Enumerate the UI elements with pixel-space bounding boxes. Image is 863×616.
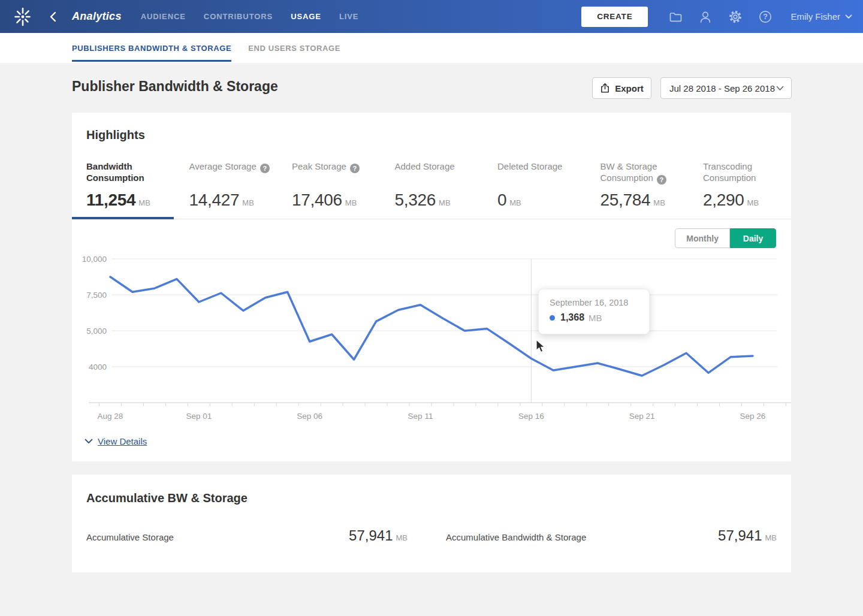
metric-unit: MB [747,198,759,207]
help-badge-icon[interactable]: ? [260,164,270,173]
metric-average-storage[interactable]: Average Storage?14,427MB [189,161,292,210]
metric-label: Deleted Storage [497,161,601,189]
accumulative-item-0: Accumulative Storage57,941MB [86,527,408,544]
accumulative-label: Accumulative Bandwidth & Storage [446,532,586,542]
metric-transcoding-consumption[interactable]: Transcoding Consumption2,290MB [703,161,806,210]
tab-0[interactable]: PUBLISHERS BANDWIDTH & STORAGE [72,33,231,63]
metric-label: Bandwidth Consumption [86,161,189,189]
gear-icon[interactable] [728,10,743,24]
x-axis-label: Sep 16 [518,412,544,421]
metric-unit: MB [653,198,665,207]
chevron-down-icon [776,86,784,91]
x-axis-label: Sep 21 [629,412,655,421]
nav-item-live[interactable]: LIVE [339,12,359,21]
metric-value: 17,406MB [292,191,395,210]
x-axis-label: Sep 26 [740,412,766,421]
bandwidth-series-line [110,277,753,376]
mouse-cursor-icon [534,339,547,354]
metric-number: 0 [497,191,506,209]
accumulative-number: 57,941 [718,527,762,543]
page-title: Publisher Bandwidth & Storage [72,78,278,95]
metric-unit: MB [509,198,521,207]
metrics-row: Bandwidth Consumption11,254MBAverage Sto… [86,161,806,210]
user-menu[interactable]: Emily Fisher [790,11,852,22]
metrics-divider [72,219,791,219]
export-icon [600,83,610,93]
date-range-value: Jul 28 2018 - Sep 26 2018 [669,83,776,93]
user-icon[interactable] [698,10,713,24]
metric-value: 5,326MB [395,191,498,210]
metric-unit: MB [242,198,254,207]
nav-item-audience[interactable]: AUDIENCE [141,12,186,21]
app-title: Analytics [72,10,122,23]
nav-item-contributors[interactable]: CONTRIBUTORS [204,12,273,21]
metric-number: 14,427 [189,191,240,209]
chart-tooltip: September 16, 2018 1,368 MB [538,289,650,334]
metric-value: 14,427MB [189,191,292,210]
nav-item-usage[interactable]: USAGE [291,12,321,21]
navbar-icons: ? [668,10,773,24]
top-navbar: Analytics AUDIENCECONTRIBUTORSUSAGELIVE … [0,0,863,33]
svg-text:?: ? [764,13,768,21]
tab-1[interactable]: END USERS STORAGE [248,33,340,63]
metric-value: 0MB [497,191,601,210]
chevron-down-icon [85,439,93,444]
x-axis-label: Sep 11 [408,412,433,421]
create-button[interactable]: CREATE [581,7,648,27]
metric-label: Transcoding Consumption [703,161,806,189]
active-metric-underline [72,217,174,219]
help-icon[interactable]: ? [758,10,773,24]
export-label: Export [615,83,644,93]
metric-added-storage[interactable]: Added Storage5,326MB [395,161,498,210]
y-axis-label: 4000 [89,363,107,372]
tooltip-value: 1,368 [560,312,584,323]
accumulative-label: Accumulative Storage [86,532,174,542]
metric-label: Added Storage [395,161,498,189]
view-details-link[interactable]: View Details [85,436,147,446]
metric-unit: MB [345,198,357,207]
help-badge-icon[interactable]: ? [350,164,360,173]
y-axis-label: 10,000 [82,255,107,264]
metric-number: 2,290 [703,191,744,209]
metric-label: BW & Storage Consumption? [601,161,704,189]
toggle-monthly[interactable]: Monthly [675,228,730,248]
y-axis-label: 5,000 [86,327,107,336]
metric-unit: MB [439,198,451,207]
folder-icon[interactable] [668,10,683,24]
kaltura-logo-icon[interactable] [11,5,35,29]
metric-peak-storage[interactable]: Peak Storage?17,406MB [292,161,395,210]
metric-value: 11,254MB [86,191,189,210]
metric-deleted-storage[interactable]: Deleted Storage0MB [497,161,601,210]
user-name: Emily Fisher [790,11,840,22]
date-range-select[interactable]: Jul 28 2018 - Sep 26 2018 [660,77,792,99]
accumulative-number: 57,941 [349,527,393,543]
x-axis-label: Sep 01 [186,412,212,421]
highlights-card: Highlights Bandwidth Consumption11,254MB… [72,113,791,461]
chevron-down-icon [845,14,852,19]
tooltip-unit: MB [589,313,602,323]
metric-number: 5,326 [395,191,436,209]
help-badge-icon[interactable]: ? [657,175,666,185]
accumulative-card: Accumulative BW & Storage Accumulative S… [72,475,791,572]
highlights-title: Highlights [86,128,145,142]
metric-label: Peak Storage? [292,161,395,189]
metric-bandwidth-consumption[interactable]: Bandwidth Consumption11,254MB [86,161,189,210]
export-button[interactable]: Export [592,77,651,99]
accumulative-item-1: Accumulative Bandwidth & Storage57,941MB [446,527,777,544]
accumulative-unit: MB [396,533,408,542]
toggle-daily[interactable]: Daily [730,228,776,248]
back-chevron-icon[interactable] [49,11,58,22]
metric-value: 2,290MB [703,191,806,210]
interval-toggle: MonthlyDaily [675,228,776,248]
section-tabs: PUBLISHERS BANDWIDTH & STORAGEEND USERS … [0,33,863,63]
metric-bw-storage-consumption[interactable]: BW & Storage Consumption?25,784MB [601,161,704,210]
accumulative-row: Accumulative Storage57,941MBAccumulative… [72,527,791,544]
metric-number: 17,406 [292,191,342,209]
metric-number: 11,254 [86,191,135,209]
bandwidth-chart[interactable]: 10,0007,5005,0004000Aug 28Sep 01Sep 06Se… [72,250,791,430]
accumulative-value: 57,941MB [349,527,408,544]
metric-label: Average Storage? [189,161,292,189]
y-axis-label: 7,500 [86,291,107,300]
tooltip-date: September 16, 2018 [550,298,638,307]
x-axis-label: Sep 06 [297,412,322,421]
